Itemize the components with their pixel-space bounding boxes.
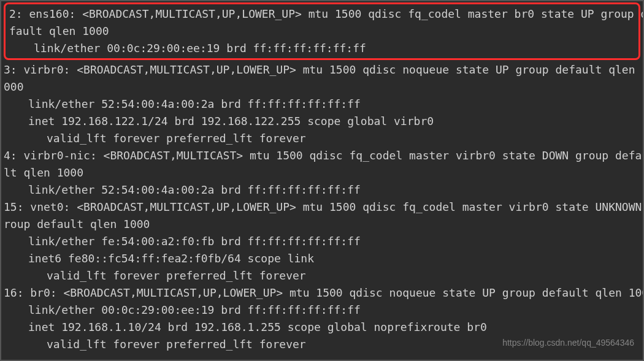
interface-header-wrap: fault qlen 1000 — [9, 23, 635, 40]
interface-header: 16: br0: <BROADCAST,MULTICAST,UP,LOWER_U… — [4, 284, 640, 302]
link-ether-line: link/ether 52:54:00:4a:00:2a brd ff:ff:f… — [4, 96, 640, 113]
link-ether-line: link/ether 00:0c:29:00:ee:19 brd ff:ff:f… — [4, 302, 640, 319]
link-ether-line: link/ether fe:54:00:a2:f0:fb brd ff:ff:f… — [4, 233, 640, 250]
highlighted-interface: 2: ens160: <BROADCAST,MULTICAST,UP,LOWER… — [4, 2, 640, 60]
link-ether-line: link/ether 00:0c:29:00:ee:19 brd ff:ff:f… — [9, 40, 635, 57]
interface-header-wrap: 000 — [4, 78, 640, 96]
interface-header-wrap: lt qlen 1000 — [4, 164, 640, 181]
watermark-text: https://blog.csdn.net/qq_49564346 — [502, 334, 634, 351]
inet6-line: inet6 fe80::fc54:ff:fea2:f0fb/64 scope l… — [4, 250, 640, 267]
interface-header-wrap: roup default qlen 1000 — [4, 216, 640, 233]
inet-line: inet 192.168.122.1/24 brd 192.168.122.25… — [4, 113, 640, 130]
interface-header: 4: virbr0-nic: <BROADCAST,MULTICAST> mtu… — [4, 147, 640, 164]
terminal-output: 2: ens160: <BROADCAST,MULTICAST,UP,LOWER… — [4, 2, 640, 353]
interface-header: 3: virbr0: <BROADCAST,MULTICAST,UP,LOWER… — [4, 61, 640, 78]
inet-line: inet 192.168.1.10/24 brd 192.168.1.255 s… — [4, 319, 640, 336]
valid-lft-line: valid_lft forever preferred_lft forever — [4, 267, 640, 284]
valid-lft-line: valid_lft forever preferred_lft forever — [4, 130, 640, 147]
interface-header: 15: vnet0: <BROADCAST,MULTICAST,UP,LOWER… — [4, 199, 640, 216]
link-ether-line: link/ether 52:54:00:4a:00:2a brd ff:ff:f… — [4, 181, 640, 199]
interface-header: 2: ens160: <BROADCAST,MULTICAST,UP,LOWER… — [9, 6, 635, 23]
